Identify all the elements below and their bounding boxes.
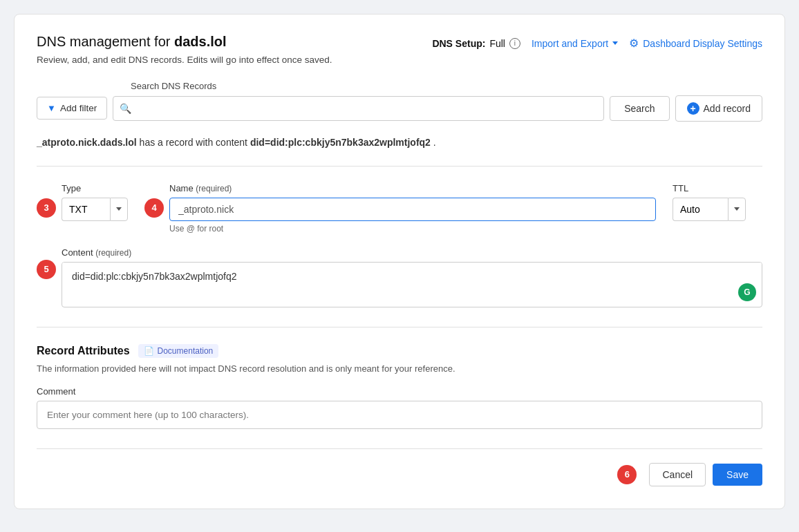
type-group: Type [62,183,128,221]
name-field-group: 4 Name (required) Use @ for root [144,183,656,234]
search-label: Search DNS Records [131,81,762,91]
ttl-field-group: TTL [673,183,762,221]
ttl-select-wrap [673,198,762,221]
type-input[interactable] [62,198,110,221]
ttl-label: TTL [673,183,762,193]
record-hostname: _atproto.nick.dads.lol [37,137,137,148]
record-text-middle: has a record with content [140,137,250,148]
search-icon: 🔍 [120,103,131,114]
main-card: DNS management for dads.lol Review, add,… [14,14,785,509]
type-select-wrap [62,198,128,221]
content-label: Content (required) [62,247,762,258]
page-title: DNS management for dads.lol [37,34,332,50]
search-row: ▼ Add filter 🔍 Search + Add record [37,95,762,122]
header-right: DNS Setup: Full i Import and Export ⚙ Da… [432,34,762,50]
cancel-button[interactable]: Cancel [649,463,706,486]
record-info-bar: _atproto.nick.dads.lol has a record with… [37,135,762,149]
add-filter-label: Add filter [60,103,97,113]
content-group: Content (required) did=did:plc:cbkjy5n7b… [62,247,762,307]
content-section: 5 Content (required) did=did:plc:cbkjy5n… [37,247,762,307]
content-required-text: (required) [95,248,131,258]
content-label-text: Content [62,247,93,258]
type-chevron-icon [116,207,122,211]
step-6-badge: 6 [617,465,637,484]
ttl-chevron-icon [734,207,740,211]
dashboard-settings-label: Dashboard Display Settings [643,38,762,49]
documentation-badge[interactable]: 📄 Documentation [138,344,219,358]
name-group: Name (required) Use @ for root [169,183,656,234]
form-section: 3 Type 4 Name (require [37,166,762,486]
step-3-badge: 3 [37,198,56,218]
type-field-group: 3 Type [37,183,128,221]
header-subtitle: Review, add, and edit DNS records. Edits… [37,54,332,67]
record-period: . [433,137,436,148]
chevron-down-icon [612,41,618,45]
type-label: Type [62,183,128,193]
comment-label: Comment [37,386,762,397]
name-label-text: Name [169,183,194,193]
add-record-button[interactable]: + Add record [675,95,762,122]
doc-label: Documentation [158,346,214,356]
search-button-label: Search [624,103,655,114]
save-label: Save [726,469,749,480]
search-button[interactable]: Search [610,96,669,121]
form-top-row: 3 Type 4 Name (require [37,183,762,234]
cancel-label: Cancel [662,469,693,480]
search-section: Search DNS Records ▼ Add filter 🔍 Search… [37,81,762,122]
type-dropdown-button[interactable] [110,198,128,221]
save-button[interactable]: Save [713,464,762,486]
search-input[interactable] [113,96,604,121]
plus-circle-icon: + [687,102,699,115]
ttl-dropdown-button[interactable] [728,198,746,221]
name-label: Name (required) [169,183,656,193]
import-export-label: Import and Export [532,38,608,49]
content-textarea[interactable]: did=did:plc:cbkjy5n7bk3ax2wplmtjofq2 [62,263,762,304]
dns-setup-info: DNS Setup: Full i [432,38,520,49]
title-prefix: DNS management for [37,34,174,49]
doc-icon: 📄 [144,346,154,356]
header-left: DNS management for dads.lol Review, add,… [37,34,332,67]
gear-icon: ⚙ [629,37,639,50]
add-filter-button[interactable]: ▼ Add filter [37,97,107,120]
name-required-text: (required) [196,184,232,193]
dns-setup-value: Full [489,38,505,49]
content-textarea-wrap: did=did:plc:cbkjy5n7bk3ax2wplmtjofq2 G [62,262,762,307]
step-4-badge: 4 [144,198,164,218]
form-footer: 6 Cancel Save [37,448,762,486]
record-attributes-section: Record Attributes 📄 Documentation The in… [37,327,762,429]
title-domain: dads.lol [174,34,227,49]
dns-setup-label: DNS Setup: [432,38,485,49]
grammarly-icon: G [738,283,756,301]
name-hint: Use @ for root [169,224,656,234]
attributes-desc: The information provided here will not i… [37,363,762,374]
search-input-wrap: 🔍 [113,96,604,121]
attributes-header: Record Attributes 📄 Documentation [37,344,762,358]
step-5-badge: 5 [37,260,56,279]
name-input[interactable] [169,198,656,221]
header: DNS management for dads.lol Review, add,… [37,34,762,67]
record-content-value: did=did:plc:cbkjy5n7bk3ax2wplmtjofq2 [250,137,431,148]
filter-icon: ▼ [47,103,56,113]
attributes-title: Record Attributes [37,345,130,357]
dashboard-settings-button[interactable]: ⚙ Dashboard Display Settings [629,37,762,50]
import-export-button[interactable]: Import and Export [532,38,618,49]
add-record-label: Add record [704,103,751,114]
info-icon[interactable]: i [509,38,520,49]
comment-input[interactable] [37,401,762,429]
ttl-input[interactable] [673,198,728,221]
